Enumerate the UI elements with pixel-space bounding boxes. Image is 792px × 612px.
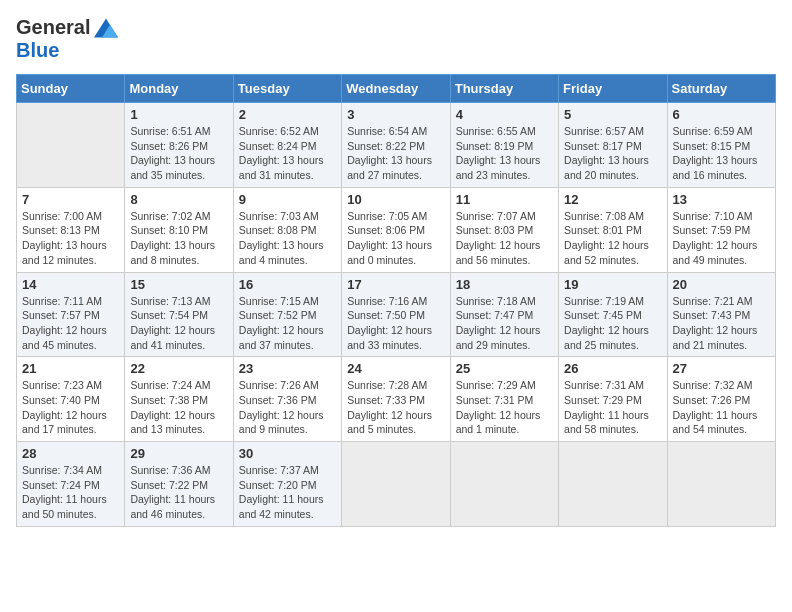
weekday-header-thursday: Thursday xyxy=(450,75,558,103)
day-info: Sunrise: 7:37 AMSunset: 7:20 PMDaylight:… xyxy=(239,463,336,522)
logo-icon xyxy=(94,18,118,38)
day-number: 25 xyxy=(456,361,553,376)
calendar-cell: 28 Sunrise: 7:34 AMSunset: 7:24 PMDaylig… xyxy=(17,442,125,527)
day-info: Sunrise: 6:55 AMSunset: 8:19 PMDaylight:… xyxy=(456,124,553,183)
day-number: 24 xyxy=(347,361,444,376)
day-number: 10 xyxy=(347,192,444,207)
weekday-header-sunday: Sunday xyxy=(17,75,125,103)
calendar-cell xyxy=(450,442,558,527)
day-info: Sunrise: 7:29 AMSunset: 7:31 PMDaylight:… xyxy=(456,378,553,437)
calendar-cell: 5 Sunrise: 6:57 AMSunset: 8:17 PMDayligh… xyxy=(559,103,667,188)
day-info: Sunrise: 7:18 AMSunset: 7:47 PMDaylight:… xyxy=(456,294,553,353)
day-info: Sunrise: 7:13 AMSunset: 7:54 PMDaylight:… xyxy=(130,294,227,353)
logo-general-text: General xyxy=(16,16,90,39)
day-number: 23 xyxy=(239,361,336,376)
page-header: General Blue xyxy=(16,16,776,62)
calendar-cell: 4 Sunrise: 6:55 AMSunset: 8:19 PMDayligh… xyxy=(450,103,558,188)
calendar-cell xyxy=(667,442,775,527)
calendar-cell: 15 Sunrise: 7:13 AMSunset: 7:54 PMDaylig… xyxy=(125,272,233,357)
logo: General Blue xyxy=(16,16,118,62)
day-number: 6 xyxy=(673,107,770,122)
day-number: 21 xyxy=(22,361,119,376)
day-info: Sunrise: 6:52 AMSunset: 8:24 PMDaylight:… xyxy=(239,124,336,183)
calendar-cell: 20 Sunrise: 7:21 AMSunset: 7:43 PMDaylig… xyxy=(667,272,775,357)
calendar-cell: 1 Sunrise: 6:51 AMSunset: 8:26 PMDayligh… xyxy=(125,103,233,188)
week-row-4: 21 Sunrise: 7:23 AMSunset: 7:40 PMDaylig… xyxy=(17,357,776,442)
day-info: Sunrise: 7:26 AMSunset: 7:36 PMDaylight:… xyxy=(239,378,336,437)
day-info: Sunrise: 7:10 AMSunset: 7:59 PMDaylight:… xyxy=(673,209,770,268)
week-row-2: 7 Sunrise: 7:00 AMSunset: 8:13 PMDayligh… xyxy=(17,187,776,272)
day-number: 12 xyxy=(564,192,661,207)
day-info: Sunrise: 7:03 AMSunset: 8:08 PMDaylight:… xyxy=(239,209,336,268)
calendar-cell: 16 Sunrise: 7:15 AMSunset: 7:52 PMDaylig… xyxy=(233,272,341,357)
day-number: 26 xyxy=(564,361,661,376)
day-number: 13 xyxy=(673,192,770,207)
day-number: 5 xyxy=(564,107,661,122)
day-number: 15 xyxy=(130,277,227,292)
day-number: 8 xyxy=(130,192,227,207)
calendar-cell: 18 Sunrise: 7:18 AMSunset: 7:47 PMDaylig… xyxy=(450,272,558,357)
day-info: Sunrise: 7:24 AMSunset: 7:38 PMDaylight:… xyxy=(130,378,227,437)
day-number: 1 xyxy=(130,107,227,122)
week-row-5: 28 Sunrise: 7:34 AMSunset: 7:24 PMDaylig… xyxy=(17,442,776,527)
day-info: Sunrise: 6:59 AMSunset: 8:15 PMDaylight:… xyxy=(673,124,770,183)
calendar-cell: 12 Sunrise: 7:08 AMSunset: 8:01 PMDaylig… xyxy=(559,187,667,272)
calendar-cell: 7 Sunrise: 7:00 AMSunset: 8:13 PMDayligh… xyxy=(17,187,125,272)
day-number: 7 xyxy=(22,192,119,207)
day-number: 11 xyxy=(456,192,553,207)
calendar-cell: 19 Sunrise: 7:19 AMSunset: 7:45 PMDaylig… xyxy=(559,272,667,357)
day-info: Sunrise: 6:54 AMSunset: 8:22 PMDaylight:… xyxy=(347,124,444,183)
calendar-cell: 24 Sunrise: 7:28 AMSunset: 7:33 PMDaylig… xyxy=(342,357,450,442)
day-number: 20 xyxy=(673,277,770,292)
weekday-header-row: SundayMondayTuesdayWednesdayThursdayFrid… xyxy=(17,75,776,103)
calendar-cell: 27 Sunrise: 7:32 AMSunset: 7:26 PMDaylig… xyxy=(667,357,775,442)
calendar-cell: 9 Sunrise: 7:03 AMSunset: 8:08 PMDayligh… xyxy=(233,187,341,272)
day-info: Sunrise: 7:28 AMSunset: 7:33 PMDaylight:… xyxy=(347,378,444,437)
calendar-cell xyxy=(17,103,125,188)
day-info: Sunrise: 7:31 AMSunset: 7:29 PMDaylight:… xyxy=(564,378,661,437)
day-info: Sunrise: 6:57 AMSunset: 8:17 PMDaylight:… xyxy=(564,124,661,183)
calendar-cell: 11 Sunrise: 7:07 AMSunset: 8:03 PMDaylig… xyxy=(450,187,558,272)
calendar-table: SundayMondayTuesdayWednesdayThursdayFrid… xyxy=(16,74,776,527)
calendar-cell: 14 Sunrise: 7:11 AMSunset: 7:57 PMDaylig… xyxy=(17,272,125,357)
day-number: 3 xyxy=(347,107,444,122)
day-info: Sunrise: 6:51 AMSunset: 8:26 PMDaylight:… xyxy=(130,124,227,183)
calendar-cell xyxy=(559,442,667,527)
day-info: Sunrise: 7:19 AMSunset: 7:45 PMDaylight:… xyxy=(564,294,661,353)
week-row-3: 14 Sunrise: 7:11 AMSunset: 7:57 PMDaylig… xyxy=(17,272,776,357)
day-number: 27 xyxy=(673,361,770,376)
calendar-cell: 26 Sunrise: 7:31 AMSunset: 7:29 PMDaylig… xyxy=(559,357,667,442)
day-number: 4 xyxy=(456,107,553,122)
calendar-cell: 23 Sunrise: 7:26 AMSunset: 7:36 PMDaylig… xyxy=(233,357,341,442)
day-number: 9 xyxy=(239,192,336,207)
day-info: Sunrise: 7:11 AMSunset: 7:57 PMDaylight:… xyxy=(22,294,119,353)
calendar-cell: 25 Sunrise: 7:29 AMSunset: 7:31 PMDaylig… xyxy=(450,357,558,442)
day-number: 30 xyxy=(239,446,336,461)
day-number: 18 xyxy=(456,277,553,292)
day-number: 19 xyxy=(564,277,661,292)
logo-blue-text: Blue xyxy=(16,39,59,62)
day-info: Sunrise: 7:02 AMSunset: 8:10 PMDaylight:… xyxy=(130,209,227,268)
day-info: Sunrise: 7:21 AMSunset: 7:43 PMDaylight:… xyxy=(673,294,770,353)
weekday-header-friday: Friday xyxy=(559,75,667,103)
calendar-cell: 2 Sunrise: 6:52 AMSunset: 8:24 PMDayligh… xyxy=(233,103,341,188)
day-number: 22 xyxy=(130,361,227,376)
weekday-header-saturday: Saturday xyxy=(667,75,775,103)
calendar-cell: 30 Sunrise: 7:37 AMSunset: 7:20 PMDaylig… xyxy=(233,442,341,527)
calendar-cell xyxy=(342,442,450,527)
day-info: Sunrise: 7:32 AMSunset: 7:26 PMDaylight:… xyxy=(673,378,770,437)
calendar-cell: 6 Sunrise: 6:59 AMSunset: 8:15 PMDayligh… xyxy=(667,103,775,188)
day-number: 2 xyxy=(239,107,336,122)
week-row-1: 1 Sunrise: 6:51 AMSunset: 8:26 PMDayligh… xyxy=(17,103,776,188)
weekday-header-tuesday: Tuesday xyxy=(233,75,341,103)
day-number: 29 xyxy=(130,446,227,461)
day-info: Sunrise: 7:23 AMSunset: 7:40 PMDaylight:… xyxy=(22,378,119,437)
calendar-cell: 3 Sunrise: 6:54 AMSunset: 8:22 PMDayligh… xyxy=(342,103,450,188)
day-number: 16 xyxy=(239,277,336,292)
day-info: Sunrise: 7:16 AMSunset: 7:50 PMDaylight:… xyxy=(347,294,444,353)
calendar-cell: 13 Sunrise: 7:10 AMSunset: 7:59 PMDaylig… xyxy=(667,187,775,272)
calendar-cell: 10 Sunrise: 7:05 AMSunset: 8:06 PMDaylig… xyxy=(342,187,450,272)
day-number: 17 xyxy=(347,277,444,292)
weekday-header-wednesday: Wednesday xyxy=(342,75,450,103)
day-info: Sunrise: 7:00 AMSunset: 8:13 PMDaylight:… xyxy=(22,209,119,268)
